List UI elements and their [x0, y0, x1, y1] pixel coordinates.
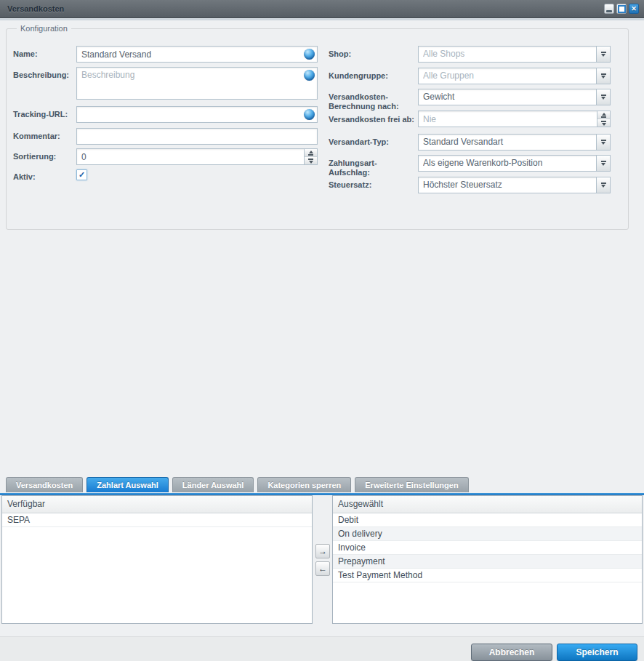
spinner-up-button[interactable] — [305, 149, 317, 157]
berechnung-select[interactable]: Gewicht — [418, 89, 611, 105]
selected-grid-body: Debit On delivery Invoice Prepayment Tes… — [333, 513, 642, 582]
tracking-url-field — [76, 106, 318, 123]
arrow-bar — [601, 183, 606, 184]
move-right-button[interactable]: → — [315, 544, 330, 558]
arrow-bar — [601, 73, 606, 75]
minimize-icon — [606, 10, 612, 12]
available-column-header[interactable]: Verfügbar — [2, 496, 312, 513]
tab-zahlart-auswahl[interactable]: Zahlart Auswahl — [86, 477, 169, 492]
arrow-down-icon — [309, 161, 313, 164]
list-item[interactable]: Debit — [333, 513, 642, 527]
sortierung-spinner — [304, 149, 317, 164]
dropdown-trigger[interactable] — [596, 89, 610, 105]
frei-ab-input[interactable] — [419, 111, 610, 127]
name-input[interactable] — [77, 47, 317, 62]
list-item[interactable]: Prepayment — [333, 555, 642, 569]
spinner-down-button[interactable] — [597, 119, 610, 127]
selected-column-header[interactable]: Ausgewählt — [333, 496, 642, 513]
available-grid: Verfügbar SEPA — [1, 495, 313, 624]
zahlungsart-aufschlag-select[interactable]: Als eigene Warenkorb-Position — [418, 155, 611, 172]
tab-laender-auswahl[interactable]: Länder Auswahl — [172, 477, 254, 492]
dropdown-trigger[interactable] — [596, 135, 610, 150]
globe-icon — [304, 109, 315, 120]
zahlungsart-aufschlag-label: Zahlungsart-Aufschlag: — [329, 159, 417, 177]
list-item[interactable]: On delivery — [333, 527, 642, 541]
arrow-down-icon — [602, 123, 606, 126]
list-item[interactable]: Test Payment Method — [333, 569, 642, 582]
chevron-down-icon — [601, 97, 605, 100]
kundengruppe-label: Kundengruppe: — [329, 71, 417, 81]
dropdown-trigger[interactable] — [596, 177, 610, 193]
kundengruppe-select-value: Alle Gruppen — [423, 68, 594, 84]
selected-grid: Ausgewählt Debit On delivery Invoice Pre… — [332, 495, 643, 624]
minimize-button[interactable] — [604, 4, 614, 14]
shop-select[interactable]: Alle Shops — [418, 46, 611, 63]
steuersatz-select[interactable]: Höchster Steuersatz — [418, 177, 611, 193]
save-button[interactable]: Speichern — [557, 644, 637, 661]
arrow-bar — [601, 95, 606, 96]
move-left-button[interactable]: ← — [315, 561, 330, 576]
tracking-url-input[interactable] — [77, 107, 317, 122]
tracking-url-label: Tracking-URL: — [13, 110, 76, 119]
restore-button[interactable] — [616, 4, 627, 14]
arrow-bar — [601, 140, 606, 141]
kommentar-label: Kommentar: — [13, 132, 76, 141]
window-title: Versandkosten — [7, 0, 64, 17]
restore-icon — [618, 5, 626, 13]
dropdown-trigger[interactable] — [596, 156, 610, 171]
sortierung-input[interactable] — [77, 149, 317, 164]
name-label: Name: — [13, 49, 76, 59]
chevron-down-icon — [601, 185, 605, 188]
close-button[interactable]: ✕ — [629, 4, 639, 14]
frei-ab-spinner — [597, 111, 610, 127]
list-item[interactable]: SEPA — [2, 513, 312, 527]
arrow-up-icon — [309, 151, 313, 153]
titlebar-edge — [0, 18, 644, 20]
tab-erweiterte-einstellungen[interactable]: Erweiterte Einstellungen — [355, 477, 468, 492]
aktiv-label: Aktiv: — [13, 172, 76, 182]
beschreibung-field — [76, 67, 318, 100]
beschreibung-textarea[interactable] — [77, 68, 317, 99]
chevron-down-icon — [601, 163, 605, 166]
kommentar-field — [76, 128, 318, 145]
versandart-typ-select[interactable]: Standard Versandart — [418, 134, 611, 151]
list-item[interactable]: Invoice — [333, 541, 642, 555]
beschreibung-label: Beschreibung: — [13, 71, 76, 80]
globe-icon — [304, 70, 315, 81]
chevron-down-icon — [601, 76, 605, 79]
name-field — [76, 46, 318, 63]
frei-ab-field — [418, 111, 611, 127]
tab-versandkosten[interactable]: Versandkosten — [6, 477, 83, 492]
dropdown-trigger[interactable] — [596, 68, 610, 84]
tab-kategorien-sperren[interactable]: Kategorien sperren — [257, 477, 351, 492]
globe-icon — [304, 49, 315, 60]
spinner-down-button[interactable] — [305, 157, 317, 164]
bottom-tabbar: Versandkosten Zahlart Auswahl Länder Aus… — [0, 477, 644, 493]
available-grid-body: SEPA — [2, 513, 312, 527]
chevron-down-icon — [601, 142, 605, 145]
steuersatz-label: Steuersatz: — [329, 180, 417, 190]
arrow-bar — [601, 161, 606, 162]
zahlungsart-aufschlag-select-value: Als eigene Warenkorb-Position — [423, 156, 594, 171]
aktiv-checkbox[interactable]: ✓ — [76, 169, 87, 180]
steuersatz-select-value: Höchster Steuersatz — [423, 177, 594, 193]
arrow-bar — [601, 116, 606, 118]
arrow-bar — [601, 121, 606, 122]
spinner-up-button[interactable] — [597, 111, 610, 119]
kommentar-input[interactable] — [77, 129, 317, 144]
chevron-down-icon — [601, 54, 605, 57]
versandart-typ-select-value: Standard Versandart — [423, 135, 594, 150]
window-titlebar[interactable]: Versandkosten ✕ — [0, 0, 644, 18]
arrow-bar — [308, 154, 313, 156]
kundengruppe-select[interactable]: Alle Gruppen — [418, 68, 611, 84]
close-icon: ✕ — [631, 4, 637, 13]
cancel-button[interactable]: Abbrechen — [471, 644, 552, 661]
window-controls: ✕ — [604, 4, 639, 14]
arrow-bar — [308, 159, 313, 160]
dropdown-trigger[interactable] — [596, 47, 610, 62]
sortierung-label: Sortierung: — [13, 152, 76, 161]
berechnung-label: Versandkosten-Berechnung nach: — [329, 92, 417, 111]
shop-label: Shop: — [329, 49, 417, 59]
sortierung-field — [76, 148, 318, 165]
frei-ab-label: Versandkosten frei ab: — [329, 115, 417, 124]
